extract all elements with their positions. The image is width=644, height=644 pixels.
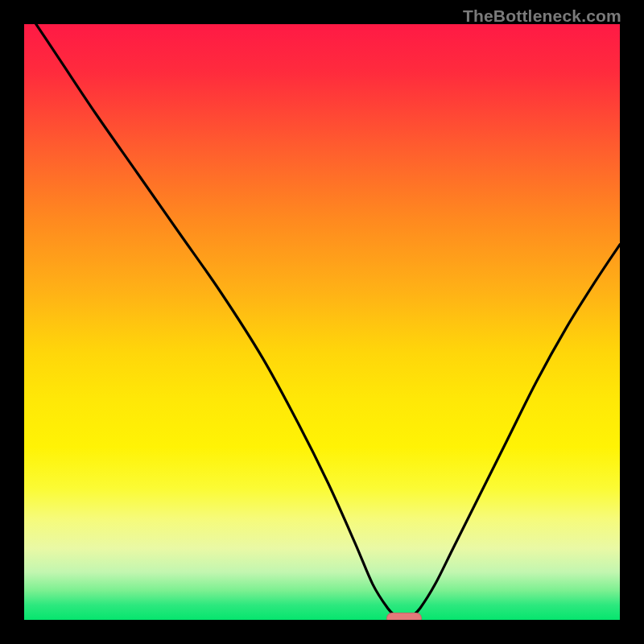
chart-frame: TheBottleneck.com bbox=[0, 0, 644, 644]
watermark-text: TheBottleneck.com bbox=[463, 6, 621, 26]
optimum-marker bbox=[386, 613, 422, 620]
plot-area bbox=[24, 24, 620, 620]
bottleneck-curve bbox=[24, 24, 620, 620]
curve-path bbox=[24, 24, 620, 620]
